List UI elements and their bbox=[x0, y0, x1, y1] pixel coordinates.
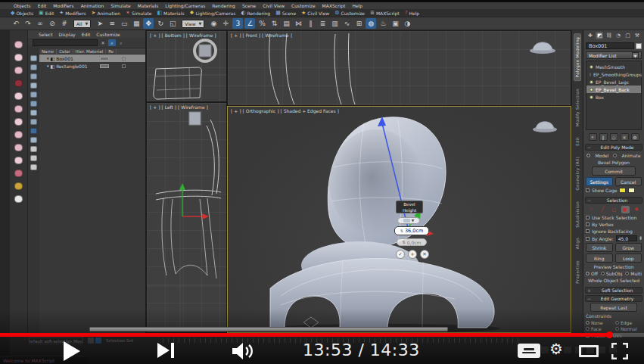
menu-item[interactable]: Simulate bbox=[110, 3, 131, 8]
redo-icon[interactable]: ↷ bbox=[23, 18, 33, 29]
ribbon-vertical-tab[interactable]: Subdivision bbox=[574, 198, 580, 231]
select-and-rotate-icon[interactable]: ↻ bbox=[155, 18, 166, 29]
hierarchy-tab-icon[interactable]: ⛓ bbox=[605, 32, 613, 39]
menu-item[interactable]: Modifiers bbox=[53, 3, 73, 8]
constraint-radio[interactable] bbox=[586, 321, 590, 325]
window-crossing-icon[interactable]: ▦ bbox=[131, 18, 142, 29]
rectangular-selection-icon[interactable]: ▭ bbox=[119, 18, 129, 29]
modifier-enabled-icon[interactable] bbox=[590, 73, 591, 76]
angle-value-field[interactable]: 45,0 bbox=[616, 235, 638, 241]
display-filter-icon[interactable] bbox=[30, 155, 37, 161]
display-filter-icon[interactable] bbox=[30, 119, 37, 125]
cage-selected-color-swatch[interactable] bbox=[628, 188, 635, 193]
by-angle-checkbox[interactable] bbox=[586, 237, 590, 241]
material-checkbox[interactable] bbox=[122, 64, 126, 68]
column-header[interactable]: Re bbox=[106, 49, 117, 54]
viewport-label[interactable]: [ + ] [ Front ] [ Wireframe ] bbox=[231, 33, 292, 38]
scene-object-row[interactable]: ▾ ◧ Box001 bbox=[39, 54, 145, 62]
shape-preset-icon[interactable] bbox=[14, 170, 23, 177]
menu-item[interactable]: Lighting/Cameras bbox=[165, 3, 205, 8]
remove-modifier-icon[interactable]: ✕ bbox=[621, 133, 629, 141]
display-filter-icon[interactable] bbox=[30, 101, 37, 107]
ribbon-vertical-tab[interactable]: Align bbox=[574, 235, 580, 252]
reference-coordinate-dropdown[interactable]: View▼ bbox=[182, 20, 204, 28]
spinner-icon[interactable]: ⇅ bbox=[403, 241, 406, 244]
menu-item[interactable]: MAXScript bbox=[322, 3, 346, 8]
border-subobject-icon[interactable]: ◻ bbox=[610, 206, 618, 213]
object-color-swatch[interactable] bbox=[636, 43, 642, 49]
ribbon-tab-rendering[interactable]: ◐ Rendering bbox=[241, 11, 270, 16]
target-icon[interactable] bbox=[14, 182, 23, 190]
select-and-scale-icon[interactable]: ◱ bbox=[167, 18, 178, 29]
material-checkbox[interactable] bbox=[122, 57, 126, 61]
unlink-selection-icon[interactable]: ⊘ bbox=[47, 18, 58, 29]
menu-item[interactable]: Customize bbox=[291, 3, 316, 8]
preview-selection-radio[interactable] bbox=[601, 272, 605, 275]
advanced-search-icon[interactable]: ⌕ bbox=[117, 39, 125, 46]
constraint-radio[interactable] bbox=[615, 327, 619, 331]
ribbon-tab-simulate[interactable]: ✶ Simulate bbox=[126, 11, 151, 16]
bevel-outline-field[interactable]: ⇅ 0,0cm bbox=[397, 238, 427, 246]
clear-search-icon[interactable]: ✕ bbox=[99, 39, 107, 46]
display-filter-icon[interactable] bbox=[30, 82, 37, 89]
cage-color-swatch[interactable] bbox=[619, 188, 626, 193]
spinner-icon[interactable]: ▲▼ bbox=[639, 236, 642, 241]
caddy-apply-button[interactable]: + bbox=[408, 250, 417, 259]
vertex-subobject-icon[interactable]: ∵ bbox=[587, 206, 596, 213]
select-and-link-icon[interactable]: ∞ bbox=[35, 18, 45, 29]
expand-caret-icon[interactable]: ▾ bbox=[47, 64, 49, 68]
explorer-menu-item[interactable]: Edit bbox=[82, 32, 91, 37]
create-tab-icon[interactable]: ✚ bbox=[586, 32, 594, 39]
shape-preset-icon[interactable] bbox=[14, 157, 23, 164]
shape-preset-icon[interactable] bbox=[14, 54, 23, 61]
play-button[interactable] bbox=[64, 341, 80, 361]
modifier-list-dropdown[interactable]: Modifier List ▼ bbox=[586, 51, 642, 59]
modifier-stack-item[interactable]: EP_Bevel_Back bbox=[586, 86, 641, 93]
material-editor-icon[interactable]: ◍ bbox=[366, 18, 376, 29]
viewport-orthographic-active[interactable]: [ + ] [ Orthographic ] [ Shaded + Edged … bbox=[227, 106, 571, 333]
element-subobject-icon[interactable]: ❖ bbox=[633, 206, 641, 213]
ribbon-tab-maxscript[interactable]: ≣ MAXScript bbox=[370, 11, 400, 16]
scene-object-row[interactable]: ▾ ◧ Rectangle001 bbox=[39, 62, 145, 70]
display-filter-icon[interactable] bbox=[30, 110, 37, 116]
rendered-frame-icon[interactable]: ▣ bbox=[390, 18, 400, 29]
shape-preset-icon[interactable] bbox=[14, 144, 23, 151]
make-unique-icon[interactable]: ◇ bbox=[610, 133, 618, 141]
named-selection-sets-icon[interactable]: ▤ bbox=[281, 18, 291, 29]
expand-caret-icon[interactable]: ▾ bbox=[47, 56, 49, 61]
display-filter-icon[interactable] bbox=[30, 92, 37, 98]
progress-scrubber[interactable] bbox=[606, 331, 613, 338]
ribbon-tab-modifiers[interactable]: ✦ Modifiers bbox=[59, 11, 86, 16]
find-icon[interactable]: ⌕ bbox=[108, 39, 116, 46]
object-name-field[interactable]: Box001 bbox=[586, 42, 634, 49]
pin-stack-icon[interactable]: ⌖ bbox=[589, 133, 597, 141]
ribbon-tab-animation[interactable]: ➤ Animation bbox=[92, 11, 120, 16]
bind-to-space-warp-icon[interactable]: # bbox=[59, 18, 70, 29]
shrink-button[interactable]: Shrink bbox=[586, 243, 613, 252]
grow-button[interactable]: Grow bbox=[615, 243, 642, 252]
shape-preset-icon[interactable] bbox=[14, 131, 23, 138]
column-header[interactable]: Name bbox=[39, 49, 57, 54]
by-vertex-checkbox[interactable] bbox=[586, 222, 590, 226]
ring-button[interactable]: Ring bbox=[586, 254, 613, 263]
ribbon-vertical-tab[interactable]: Properties bbox=[574, 257, 580, 287]
ribbon-vertical-tab[interactable]: Geometry (All) bbox=[574, 154, 580, 193]
viewport-label[interactable]: [ + ] [ Left ] [ Wireframe ] bbox=[150, 104, 208, 110]
ribbon-vertical-tab[interactable]: Edit bbox=[574, 134, 580, 149]
display-filter-icon[interactable] bbox=[30, 55, 37, 61]
spinner-icon[interactable]: ⇅ bbox=[400, 229, 403, 233]
modifier-stack-item[interactable]: EP_Bevel_Legs bbox=[586, 78, 641, 86]
render-setup-icon[interactable]: ♨ bbox=[378, 18, 388, 29]
object-color-swatch[interactable] bbox=[100, 57, 109, 61]
ribbon-tab-objects[interactable]: ◆ Objects bbox=[11, 11, 33, 16]
ribbon-vertical-tab[interactable]: Polygon Modeling bbox=[574, 33, 581, 81]
menu-item[interactable]: Scene bbox=[242, 3, 256, 8]
rollout-selection[interactable]: −Selection bbox=[585, 197, 642, 204]
menu-item[interactable]: Materials bbox=[138, 3, 159, 8]
percent-snap-icon[interactable]: % bbox=[257, 18, 267, 29]
viewport-left[interactable]: [ + ] [ Left ] [ Wireframe ] bbox=[146, 102, 227, 333]
ribbon-tab-materials[interactable]: ◧ Materials bbox=[157, 11, 184, 16]
preview-selection-radio[interactable] bbox=[586, 272, 590, 275]
undo-icon[interactable]: ↶ bbox=[11, 18, 21, 29]
explorer-search-input[interactable] bbox=[33, 39, 98, 46]
